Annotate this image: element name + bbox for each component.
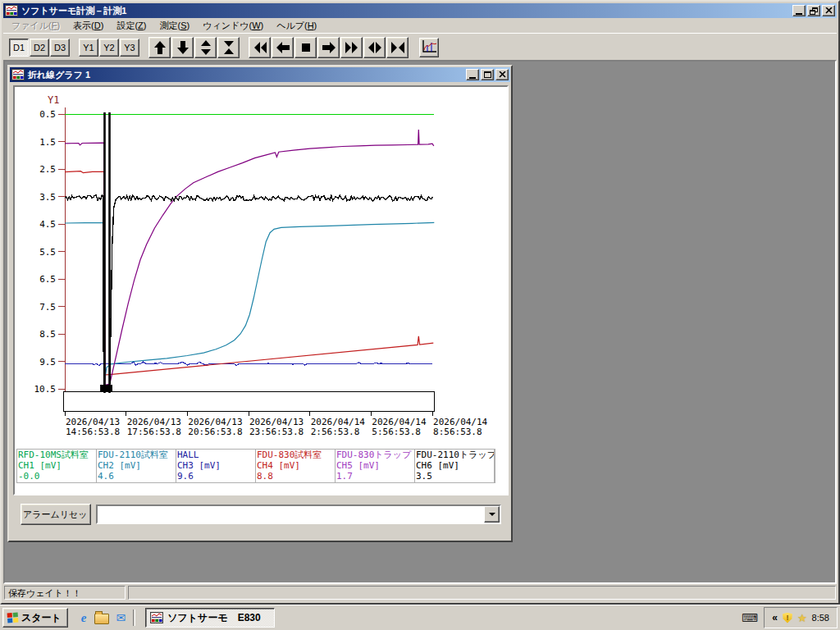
legend-cell-ch5: FDU-830トラップCH5 [mV]1.7	[336, 450, 415, 482]
toolbar-button-compress-y[interactable]	[217, 37, 240, 58]
legend-name: FDU-830試料室	[257, 450, 335, 460]
toolbar-button-compress-x[interactable]	[386, 37, 409, 58]
toolbar-group	[148, 37, 240, 58]
mdi-area: 折れ線グラフ 1 Y10.51.52.53.54.55.56.57.58.59.…	[3, 60, 837, 584]
legend-value: -0.0	[18, 471, 96, 482]
toolbar-group	[418, 38, 440, 57]
graph-window-title: 折れ線グラフ 1	[25, 69, 466, 81]
chevron-down-icon	[489, 513, 495, 516]
graph-window: 折れ線グラフ 1 Y10.51.52.53.54.55.56.57.58.59.…	[7, 65, 513, 542]
legend-value: 8.8	[257, 471, 335, 482]
legend-value: 3.5	[416, 471, 494, 482]
svg-text:2:56:53.8: 2:56:53.8	[311, 427, 360, 437]
legend-value: 9.6	[177, 471, 255, 482]
alarm-combobox[interactable]	[96, 504, 501, 524]
menu-window[interactable]: ウィンドウ(W)	[196, 18, 270, 34]
legend-value: 4.6	[98, 471, 176, 482]
security-shield-icon[interactable]	[783, 613, 792, 623]
toolbar-button-fast-forward[interactable]	[340, 37, 363, 58]
legend-value: 1.7	[336, 471, 414, 482]
mail-icon[interactable]: ✉	[116, 611, 126, 624]
toolbar-button-d3[interactable]: D3	[50, 39, 70, 57]
legend-cell-ch4: FDU-830試料室CH4 [mV]8.8	[256, 450, 336, 482]
taskbar-clock: 8:58	[812, 613, 829, 623]
svg-text:8:56:53.8: 8:56:53.8	[433, 427, 482, 437]
legend-channel: CH3 [mV]	[177, 460, 255, 471]
legend-name: FDU-2110試料室	[98, 450, 176, 460]
expand-vertical-icon	[198, 39, 214, 56]
alarm-reset-button[interactable]: アラームリセット	[21, 504, 91, 525]
tray-collapse-button[interactable]: «	[772, 612, 778, 623]
svg-text:Y1: Y1	[48, 94, 59, 106]
combobox-dropdown-button[interactable]	[484, 506, 500, 523]
legend-channel: CH6 [mV]	[416, 460, 494, 471]
svg-text:5.5: 5.5	[39, 247, 56, 258]
expand-horizontal-icon	[367, 39, 383, 56]
status-panel-2	[128, 586, 836, 600]
restore-button[interactable]	[807, 5, 820, 16]
menu-measure[interactable]: 測定(S)	[153, 18, 196, 34]
screen: ソフトサーモ計測－計測1 ファイル(F)表示(D)設定(Z)測定(S)ウィンドウ…	[0, 0, 840, 630]
toolbar-button-y1[interactable]: Y1	[79, 39, 98, 57]
channel-legend: RFD-10MS試料室CH1 [mV]-0.0FDU-2110試料室CH2 [m…	[16, 449, 495, 483]
taskbar-right: ⌨ « ★ 8:58	[742, 607, 838, 628]
close-button[interactable]	[822, 5, 835, 16]
combobox-value[interactable]	[98, 506, 484, 523]
toolbar-button-scroll-up[interactable]	[148, 37, 171, 58]
svg-text:5:56:53.8: 5:56:53.8	[372, 427, 421, 437]
graph-maximize-button[interactable]	[481, 69, 494, 80]
collapse-horizontal-icon	[390, 39, 406, 56]
stop-icon	[298, 39, 314, 56]
svg-text:3.5: 3.5	[39, 192, 56, 203]
graph-window-titlebar[interactable]: 折れ線グラフ 1	[10, 67, 510, 82]
app-title: ソフトサーモ計測－計測1	[18, 5, 792, 17]
toolbar: D1D2D3Y1Y2Y3	[3, 33, 837, 61]
toolbar-button-expand-y[interactable]	[194, 37, 217, 58]
quick-launch: e ✉	[81, 609, 135, 626]
toolbar-button-y3[interactable]: Y3	[120, 39, 139, 57]
graph-minimize-button[interactable]	[466, 69, 479, 80]
toolbar-button-d1[interactable]: D1	[9, 39, 29, 57]
graph-panel: Y10.51.52.53.54.55.56.57.58.59.510.52026…	[13, 85, 509, 495]
minimize-icon	[796, 13, 802, 15]
arrow-left-icon	[275, 39, 291, 56]
close-icon	[499, 71, 506, 78]
menu-bar: ファイル(F)表示(D)設定(Z)測定(S)ウィンドウ(W)ヘルプ(H)	[3, 18, 837, 33]
graph-close-button[interactable]	[495, 69, 509, 80]
svg-text:0.5: 0.5	[39, 109, 56, 120]
menu-view[interactable]: 表示(D)	[66, 18, 110, 34]
toolbar-button-fast-rewind[interactable]	[249, 37, 271, 58]
toolbar-button-y2[interactable]: Y2	[99, 39, 119, 57]
double-left-icon	[252, 39, 268, 56]
menu-settings[interactable]: 設定(Z)	[110, 18, 153, 34]
arrow-up-icon	[152, 39, 168, 56]
graph-icon	[421, 39, 437, 56]
minimize-button[interactable]	[792, 5, 806, 16]
toolbar-button-graph-settings[interactable]	[419, 38, 439, 57]
toolbar-button-scroll-down[interactable]	[171, 37, 194, 58]
legend-channel: CH5 [mV]	[336, 460, 414, 471]
toolbar-button-d2[interactable]: D2	[30, 39, 49, 57]
close-icon	[825, 7, 833, 14]
app-titlebar[interactable]: ソフトサーモ計測－計測1	[3, 3, 837, 18]
toolbar-button-expand-x[interactable]	[363, 37, 386, 58]
legend-channel: CH4 [mV]	[257, 460, 335, 471]
app-icon	[150, 612, 163, 623]
svg-text:2.5: 2.5	[39, 164, 56, 175]
star-icon[interactable]: ★	[797, 612, 807, 624]
legend-cell-ch2: FDU-2110試料室CH2 [mV]4.6	[97, 450, 176, 482]
toolbar-group: Y1Y2Y3	[79, 39, 140, 57]
legend-cell-ch6: FDU-2110トラップCH6 [mV]3.5	[415, 450, 495, 482]
restore-icon	[810, 7, 818, 15]
keyboard-icon[interactable]: ⌨	[742, 611, 758, 624]
start-button[interactable]: スタート	[2, 608, 68, 628]
folder-icon[interactable]	[94, 614, 109, 624]
legend-cell-ch1: RFD-10MS試料室CH1 [mV]-0.0	[17, 450, 97, 482]
toolbar-button-step-right[interactable]	[317, 37, 340, 58]
menu-help[interactable]: ヘルプ(H)	[270, 18, 323, 34]
svg-text:4.5: 4.5	[39, 219, 56, 230]
toolbar-button-stop[interactable]	[294, 37, 317, 58]
internet-explorer-icon[interactable]: e	[81, 611, 87, 625]
taskbar-app-button[interactable]: ソフトサーモ E830	[145, 608, 275, 628]
toolbar-button-step-left[interactable]	[272, 37, 294, 58]
